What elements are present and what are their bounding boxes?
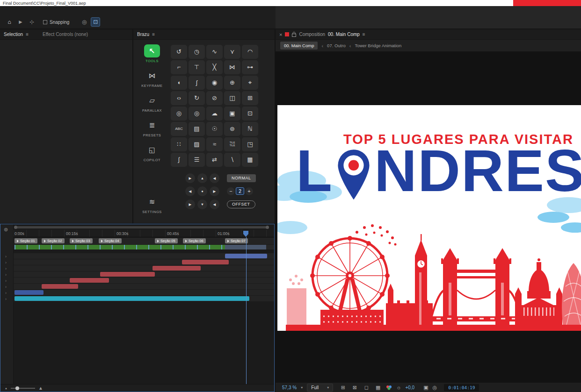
ease-icon-button[interactable]: ⌐ bbox=[171, 60, 187, 74]
layer-row[interactable] bbox=[14, 278, 274, 284]
layer-bar-7[interactable] bbox=[15, 290, 44, 295]
layer-row[interactable] bbox=[14, 284, 274, 290]
section-marker[interactable]: Seção 05 bbox=[155, 238, 178, 243]
work-area-active-segment[interactable] bbox=[15, 245, 225, 249]
playhead-line[interactable] bbox=[246, 237, 247, 384]
panel-menu-icon[interactable]: ≡ bbox=[363, 32, 365, 37]
s-curve-icon-button[interactable]: ʃ bbox=[189, 76, 205, 90]
nav-tools[interactable]: ↖ TOOLS bbox=[144, 44, 160, 63]
layer-bar-5[interactable] bbox=[70, 278, 109, 283]
wave-icon-button[interactable]: ∿ bbox=[206, 45, 223, 59]
section-marker[interactable]: Seção 07 bbox=[225, 238, 248, 243]
nudge-left-button[interactable]: ◀ bbox=[185, 186, 195, 196]
layer-twirl-icon[interactable]: › bbox=[0, 271, 13, 278]
split-view-icon-button[interactable]: ◫ bbox=[224, 91, 240, 105]
layer-row[interactable] bbox=[14, 271, 274, 278]
loop-icon-button[interactable]: ↺ bbox=[171, 45, 187, 59]
timeline-zoom-handle[interactable] bbox=[15, 386, 19, 390]
grid-cam-icon-button[interactable]: ▦ bbox=[242, 153, 258, 167]
section-marker[interactable]: Seção 03 bbox=[70, 238, 93, 243]
link-icon-button[interactable]: ⊶ bbox=[242, 60, 258, 74]
tab-brazu[interactable]: Brazu ≡ bbox=[137, 32, 155, 37]
breadcrumb-outro[interactable]: 07. Outro bbox=[327, 43, 346, 48]
close-button-area[interactable] bbox=[513, 0, 581, 6]
layer-row[interactable] bbox=[14, 296, 274, 302]
noise-icon-button[interactable]: ℕ bbox=[242, 122, 258, 136]
rotate-icon-button[interactable]: ↻ bbox=[189, 91, 205, 105]
half-circle-icon-button[interactable]: ◖ bbox=[171, 76, 187, 90]
anchor-grid-icon-button[interactable]: ⊞ bbox=[242, 91, 258, 105]
tab-effect-controls[interactable]: Effect Controls (none) bbox=[43, 32, 88, 37]
zoom-in-icon[interactable]: ▲ bbox=[38, 385, 43, 391]
timeline-ruler[interactable]: 0:00s 00:15s 00:30s 00:45s 01:00s bbox=[14, 230, 274, 237]
dir-right-button[interactable]: ▶ bbox=[185, 173, 195, 183]
dir-left-button[interactable]: ◀ bbox=[210, 173, 219, 183]
normal-mode-button[interactable]: NORMAL bbox=[227, 174, 256, 182]
layer-row[interactable] bbox=[14, 259, 274, 265]
snapping-checkbox[interactable]: Snapping bbox=[43, 20, 69, 25]
dir-down-right-button[interactable]: ▶ bbox=[185, 200, 195, 209]
composition-viewer[interactable]: TOP 5 LUGARES PARA VISITAR L NDRES bbox=[276, 52, 581, 382]
resolution-select[interactable]: Full ▾ bbox=[307, 384, 333, 392]
layer-row[interactable] bbox=[14, 290, 274, 296]
layer-bar-3[interactable] bbox=[153, 266, 201, 271]
exposure-icon[interactable]: ☼ bbox=[396, 385, 401, 390]
show-snapshot-icon[interactable]: ◎ bbox=[433, 385, 437, 391]
composition-tab-label[interactable]: Composition bbox=[299, 32, 325, 37]
tab-close-icon[interactable]: × bbox=[279, 32, 282, 37]
cube-icon-button[interactable]: ◳ bbox=[242, 137, 258, 151]
section-marker[interactable]: Seção 04 bbox=[99, 238, 122, 243]
center-button[interactable]: ● bbox=[197, 186, 207, 196]
snapshot-icon[interactable]: ▣ bbox=[423, 385, 428, 391]
work-area-tail-segment[interactable] bbox=[225, 245, 266, 249]
globe-icon-button[interactable]: ⊕ bbox=[224, 76, 240, 90]
fork-icon-button[interactable]: ⋎ bbox=[224, 45, 240, 59]
echo-icon-button[interactable]: ◎ bbox=[189, 107, 205, 121]
timeline-content[interactable]: 0:00s 00:15s 00:30s 00:45s 01:00s Seção … bbox=[14, 224, 274, 384]
layer-twirl-icon[interactable]: › bbox=[0, 290, 13, 296]
dots-icon-button[interactable]: ∷ bbox=[171, 137, 187, 151]
layer-row[interactable] bbox=[14, 265, 274, 271]
target-icon-button[interactable]: ⌖ bbox=[242, 76, 258, 90]
layer-bar-4[interactable] bbox=[100, 272, 155, 277]
panel-menu-icon[interactable]: ≡ bbox=[152, 32, 155, 37]
nav-settings[interactable]: ≋ SETTINGS bbox=[142, 195, 162, 214]
hourglass-icon-button[interactable]: ⋈ bbox=[224, 60, 240, 74]
frame-icon-button[interactable]: ⊡ bbox=[242, 107, 258, 121]
layer-twirl-icon[interactable]: › bbox=[0, 253, 13, 259]
pin-icon-button[interactable]: ⊤ bbox=[189, 60, 205, 74]
layer-bar-6[interactable] bbox=[42, 284, 78, 289]
dir-down-button[interactable]: ▼ bbox=[197, 200, 207, 209]
nav-presets[interactable]: ≣ PRESETS bbox=[143, 119, 161, 137]
work-area-bar[interactable] bbox=[14, 245, 274, 249]
current-timecode[interactable]: 0:01:04:19 bbox=[444, 384, 479, 391]
section-marker[interactable]: Seção 01 bbox=[15, 238, 37, 243]
snapping-checkbox-box[interactable] bbox=[43, 20, 47, 24]
brackets-icon-button[interactable]: ‹› bbox=[171, 91, 187, 105]
selection-tool-button[interactable]: ► bbox=[16, 17, 25, 27]
flow-icon-button[interactable]: ∫ bbox=[171, 153, 187, 167]
dir-up-button[interactable]: ▲ bbox=[197, 173, 207, 183]
cloud-icon-button[interactable]: ☁ bbox=[206, 107, 223, 121]
layer-twirl-icon[interactable]: › bbox=[0, 296, 13, 302]
nudge-right-button[interactable]: ▶ bbox=[210, 186, 219, 196]
camera-icon-button[interactable]: ▣ bbox=[224, 107, 240, 121]
lasso-icon-button[interactable]: ◠ bbox=[242, 45, 258, 59]
layer-twirl-icon[interactable]: › bbox=[0, 259, 13, 265]
scissors-icon-button[interactable]: ╳ bbox=[206, 60, 223, 74]
layer-bar-2[interactable] bbox=[182, 260, 229, 264]
dir-down-left-button[interactable]: ◀ bbox=[210, 200, 219, 209]
lock-icon[interactable] bbox=[292, 32, 296, 37]
nav-parallax[interactable]: ▱ PARALLAX bbox=[142, 94, 162, 113]
panel-menu-icon[interactable]: ≡ bbox=[26, 32, 29, 37]
section-marker[interactable]: Seção 06 bbox=[183, 238, 206, 243]
zoom-out-icon[interactable]: ▲ bbox=[5, 387, 7, 390]
hatch-icon-button[interactable]: ▨ bbox=[189, 137, 205, 151]
orbit-icon-button[interactable]: ⊚ bbox=[224, 122, 240, 136]
stopwatch-icon-button[interactable]: ◷ bbox=[189, 45, 205, 59]
list-icon-button[interactable]: ☰ bbox=[189, 153, 205, 167]
broom-icon-button[interactable]: ∖ bbox=[224, 153, 240, 167]
layer-twirl-icon[interactable]: › bbox=[0, 265, 13, 271]
swap-icon-button[interactable]: ⇄ bbox=[206, 153, 223, 167]
layer-twirl-icon[interactable]: › bbox=[0, 278, 13, 284]
